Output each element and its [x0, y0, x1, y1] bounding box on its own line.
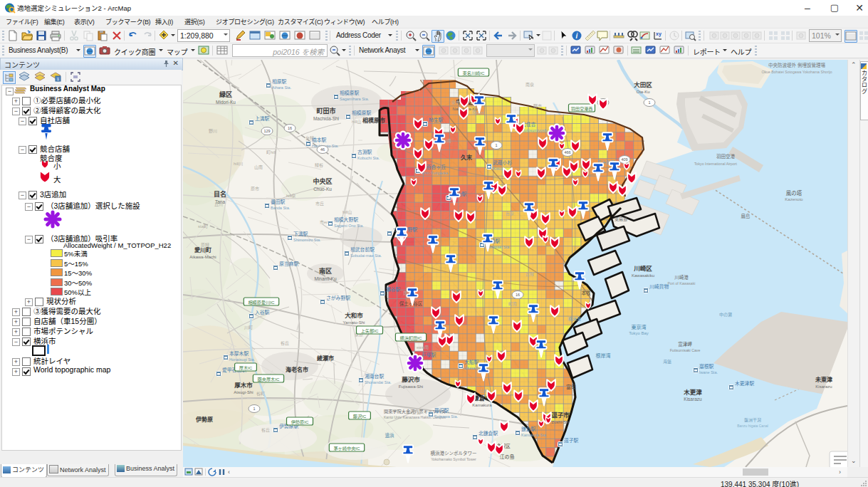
- svg-text:Kamakura: Kamakura: [472, 403, 492, 407]
- svg-text:山南: 山南: [254, 164, 263, 170]
- svg-text:橋本駅: 橋本駅: [312, 137, 327, 143]
- svg-text:町hill: 町hill: [266, 150, 276, 155]
- svg-text:盤洲干潟: 盤洲干潟: [744, 417, 761, 423]
- svg-text:藤沢駅: 藤沢駅: [434, 407, 449, 414]
- svg-text:Ota-Ku: Ota-Ku: [636, 90, 649, 94]
- svg-text:北鎌倉駅: 北鎌倉駅: [479, 430, 498, 436]
- svg-text:相模原駅: 相模原駅: [352, 110, 371, 116]
- svg-text:Okue Bohatei Sotogawa Yokohama: Okue Bohatei Sotogawa Yokohama Shorijo: [761, 70, 832, 74]
- svg-text:Yamato-Shi: Yamato-Shi: [343, 320, 365, 325]
- svg-text:hill山: hill山: [343, 209, 352, 215]
- svg-text:伊勢原: 伊勢原: [195, 416, 213, 423]
- svg-text:泉市: 泉市: [451, 100, 460, 105]
- svg-text:古淵駅: 古淵駅: [357, 149, 372, 155]
- svg-text:中央区: 中央区: [313, 177, 332, 185]
- svg-text:Sobudai-mae Sta.: Sobudai-mae Sta.: [350, 253, 382, 258]
- svg-text:Machida-Shi: Machida-Shi: [313, 116, 339, 121]
- svg-text:木更津駅: 木更津駅: [735, 380, 754, 387]
- svg-text:原当麻駅: 原当麻駅: [279, 261, 298, 267]
- svg-text:466: 466: [564, 150, 570, 155]
- svg-text:戸塚駅: 戸塚駅: [422, 352, 436, 358]
- svg-text:xy: xy: [656, 31, 662, 37]
- svg-text:川崎港: 川崎港: [674, 274, 689, 281]
- svg-text:中の瀬: 中の瀬: [719, 312, 732, 318]
- svg-text:風の塔: 風の塔: [786, 189, 802, 197]
- svg-text:扇島: 扇島: [741, 213, 751, 219]
- svg-text:海老名市: 海老名市: [286, 366, 308, 373]
- svg-text:追浜: 追浜: [385, 432, 395, 439]
- svg-text:逗子市: 逗子市: [551, 412, 570, 419]
- svg-text:46: 46: [320, 147, 325, 152]
- svg-text:伊勢原IC: 伊勢原IC: [291, 419, 309, 425]
- svg-text:大田区: 大田区: [634, 81, 652, 88]
- svg-text:丘緑: 丘緑: [525, 271, 534, 276]
- svg-text:Banda Sta.: Banda Sta.: [271, 206, 291, 210]
- svg-text:Tokyo Bay: Tokyo Bay: [629, 331, 649, 335]
- svg-text:富津岬: 富津岬: [678, 341, 692, 347]
- svg-text:1: 1: [495, 143, 497, 147]
- svg-text:町田市: 町田市: [316, 107, 335, 115]
- svg-text:藤沢IC: 藤沢IC: [353, 414, 367, 419]
- svg-text:川崎区: 川崎区: [633, 265, 652, 272]
- svg-text:谷町: 谷町: [256, 391, 265, 397]
- svg-text:武蔵小杉: 武蔵小杉: [493, 159, 512, 166]
- svg-text:さがみ野駅: さがみ野駅: [326, 295, 350, 301]
- svg-text:sta町: sta町: [198, 224, 208, 229]
- svg-text:Kazenoto: Kazenoto: [785, 197, 803, 201]
- svg-text:Zushi-Shi: Zushi-Shi: [551, 420, 569, 424]
- svg-text:大船駅: 大船駅: [464, 359, 479, 365]
- svg-text:Kamakura Sta.: Kamakura Sta.: [521, 433, 548, 437]
- svg-text:茅ヶ崎中央IC: 茅ヶ崎中央IC: [333, 446, 360, 451]
- svg-text:町南: 町南: [508, 301, 517, 306]
- svg-text:野川: 野川: [209, 128, 217, 133]
- svg-text:16: 16: [288, 126, 292, 130]
- svg-text:Kobuchi Sta.: Kobuchi Sta.: [357, 156, 380, 160]
- svg-text:愛川町: 愛川町: [194, 246, 211, 253]
- svg-text:上矢部IC: 上矢部IC: [361, 328, 379, 334]
- svg-text:Fujisawa-Shi: Fujisawa-Shi: [399, 384, 423, 389]
- svg-text:Futtsumisaki Cave: Futtsumisaki Cave: [670, 348, 701, 352]
- svg-text:番田駅: 番田駅: [271, 199, 286, 205]
- svg-text:相原駅: 相原駅: [272, 78, 287, 85]
- svg-text:富岡: 富岡: [566, 384, 576, 390]
- svg-text:厚木市: 厚木市: [234, 382, 253, 389]
- svg-text:原市: 原市: [251, 186, 259, 192]
- svg-text:i: i: [576, 32, 578, 40]
- svg-text:緑区: 緑区: [219, 90, 232, 98]
- svg-text:Port of Kawasaki: Port of Kawasaki: [668, 281, 696, 286]
- svg-text:相模原市: 相模原市: [362, 117, 385, 124]
- svg-text:129: 129: [263, 129, 270, 133]
- svg-text:1: 1: [648, 100, 650, 105]
- svg-text:Kisarazu: Kisarazu: [684, 397, 702, 402]
- svg-text:相模原駅: 相模原駅: [340, 90, 359, 96]
- svg-text:藤沢市: 藤沢市: [401, 376, 420, 383]
- svg-text:Shin-Yurigaoka: Shin-Yurigaoka: [422, 171, 449, 175]
- svg-text:野丘: 野丘: [412, 409, 421, 414]
- svg-text:湘南台駅: 湘南台駅: [365, 373, 384, 379]
- svg-text:Shonandai Sta.: Shonandai Sta.: [365, 380, 392, 384]
- svg-text:Kawasakiku: Kawasakiku: [632, 273, 654, 278]
- svg-text:Aihara Sta.: Aihara Sta.: [272, 85, 292, 90]
- svg-text:hill山: hill山: [352, 119, 361, 125]
- svg-text:瀬谷駅: 瀬谷駅: [386, 286, 401, 293]
- svg-text:hill泉: hill泉: [286, 193, 296, 198]
- svg-text:east南: east南: [417, 345, 429, 350]
- svg-text:原緑: 原緑: [201, 242, 209, 247]
- svg-text:16: 16: [516, 293, 520, 297]
- svg-text:東京湾: 東京湾: [632, 324, 647, 330]
- svg-text:入谷駅: 入谷駅: [255, 309, 270, 315]
- svg-text:409: 409: [621, 157, 627, 162]
- svg-text:Chuo-Ku: Chuo-Ku: [313, 187, 332, 192]
- svg-text:Banzu higata Canal: Banzu higata Canal: [737, 424, 768, 428]
- svg-text:Midori-Ku: Midori-Ku: [216, 100, 236, 105]
- svg-text:圏央厚木IC: 圏央厚木IC: [258, 377, 280, 382]
- svg-text:Kisarazu: Kisarazu: [815, 384, 832, 389]
- svg-text:市丘: 市丘: [315, 201, 324, 206]
- svg-text:大和市: 大和市: [345, 312, 363, 319]
- svg-text:相模大野駅: 相模大野駅: [334, 216, 358, 223]
- svg-text:逗子駅: 逗子駅: [564, 437, 579, 444]
- svg-text:久末: 久末: [460, 154, 472, 161]
- svg-text:鎌倉駅: 鎌倉駅: [521, 426, 536, 432]
- svg-text:中央防波堤外 側埋設管理場: 中央防波堤外 側埋設管理場: [768, 62, 825, 68]
- svg-text:綾瀬市: 綾瀬市: [317, 355, 334, 362]
